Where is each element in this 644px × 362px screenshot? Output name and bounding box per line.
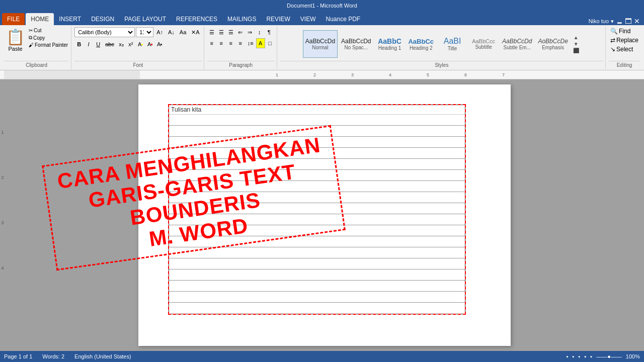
text-line xyxy=(169,115,465,126)
tab-design[interactable]: DESIGN xyxy=(86,13,119,25)
text-line xyxy=(169,203,465,214)
text-line xyxy=(169,126,465,137)
text-line xyxy=(169,303,465,314)
format-painter-button[interactable]: 🖌 Format Painter xyxy=(28,42,69,48)
view-web-layout[interactable]: ▪ xyxy=(578,353,580,359)
styles-gallery: AaBbCcDd Normal AaBbCcDd No Spac... AaBb… xyxy=(303,27,581,61)
font-name-row: Calibri (Body) 11 A↑ A↓ Aa ✕A xyxy=(74,27,202,37)
view-print-layout[interactable]: ▪ xyxy=(567,353,569,359)
styles-scroll-down[interactable]: ▼ xyxy=(573,41,580,47)
line-spacing-button[interactable]: ↕≡ xyxy=(246,38,256,48)
ribbon-tabs: FILE HOME INSERT DESIGN PAGE LAYOUT REFE… xyxy=(0,11,644,25)
ruler-left-margin xyxy=(4,70,140,79)
paragraph-label: Paragraph xyxy=(207,61,275,68)
tab-insert[interactable]: INSERT xyxy=(54,13,86,25)
paste-button[interactable]: 📋 Paste xyxy=(4,27,27,53)
zoom-slider[interactable]: ——●—— xyxy=(596,353,622,359)
ruler: 1234567 xyxy=(0,70,644,79)
tab-mailings[interactable]: MAILINGS xyxy=(222,13,261,25)
tab-nuancepdf[interactable]: Nuance PDF xyxy=(320,13,365,25)
replace-icon: ⇄ xyxy=(610,37,615,44)
style-subtle-em[interactable]: AaBbCcDd Subtle Em... xyxy=(500,30,534,58)
word-count: Words: 2 xyxy=(42,353,64,359)
view-draft[interactable]: ▪ xyxy=(590,353,592,359)
tab-view[interactable]: VIEW xyxy=(295,13,321,25)
style-normal[interactable]: AaBbCcDd Normal xyxy=(303,30,338,58)
select-button[interactable]: ↘ Select xyxy=(609,45,634,53)
tab-references[interactable]: REFERENCES xyxy=(171,13,222,25)
view-full-screen[interactable]: ▪ xyxy=(573,353,575,359)
underline-button[interactable]: U xyxy=(94,39,103,49)
window-minimize-icon[interactable]: 🗕 xyxy=(616,17,623,25)
subscript-button[interactable]: x₂ xyxy=(117,39,126,49)
highlight-button[interactable]: A xyxy=(136,39,145,49)
text-line xyxy=(169,236,465,247)
style-title[interactable]: AaBI Title xyxy=(437,30,467,58)
tab-pagelayout[interactable]: PAGE LAYOUT xyxy=(119,13,171,25)
style-subtitle[interactable]: AaBbCcc Subtitle xyxy=(468,30,499,58)
numbering-button[interactable]: ☰ xyxy=(217,27,226,37)
find-button[interactable]: 🔍 Find xyxy=(609,27,631,35)
cut-icon: ✂ xyxy=(29,28,33,33)
status-bar: Page 1 of 1 Words: 2 English (United Sta… xyxy=(0,351,644,362)
justify-button[interactable]: ≡ xyxy=(236,38,245,48)
document-area: 1 2 3 4 Tulisan kita xyxy=(0,79,644,351)
text-line xyxy=(169,292,465,303)
tab-home[interactable]: HOME xyxy=(26,13,54,25)
font-color-button[interactable]: A xyxy=(145,39,154,49)
clipboard-small-buttons: ✂ Cut ⧉ Copy 🖌 Format Painter xyxy=(28,27,69,48)
align-left-button[interactable]: ≡ xyxy=(207,38,216,48)
text-line xyxy=(169,192,465,203)
change-case-button[interactable]: Aa xyxy=(178,27,188,37)
style-nospace[interactable]: AaBbCcDd No Spac... xyxy=(339,30,373,58)
ribbon: 📋 Paste ✂ Cut ⧉ Copy 🖌 Format Painter Cl… xyxy=(0,25,644,70)
editing-label: Editing xyxy=(609,61,640,68)
font-size-select[interactable]: 11 xyxy=(136,27,153,37)
increase-indent-button[interactable]: ⇒ xyxy=(246,27,255,37)
font-name-select[interactable]: Calibri (Body) xyxy=(74,27,135,37)
user-dropdown-icon[interactable]: ▾ xyxy=(611,18,614,25)
bold-button[interactable]: B xyxy=(74,39,84,49)
copy-button[interactable]: ⧉ Copy xyxy=(28,34,69,41)
grow-font-button[interactable]: A↑ xyxy=(154,27,165,37)
shading-button[interactable]: A xyxy=(256,38,265,48)
multilevel-button[interactable]: ☰ xyxy=(226,27,235,37)
shrink-font-button[interactable]: A↓ xyxy=(166,27,177,37)
styles-expand[interactable]: ⬛ xyxy=(573,47,580,54)
clear-formatting-button[interactable]: ✕A xyxy=(189,27,201,37)
styles-group: AaBbCcDd Normal AaBbCcDd No Spac... AaBb… xyxy=(278,26,606,69)
superscript-button[interactable]: x² xyxy=(126,39,135,49)
font-format-row: B I U abc x₂ x² A A A xyxy=(74,39,164,49)
align-right-button[interactable]: ≡ xyxy=(226,38,235,48)
format-painter-icon: 🖌 xyxy=(29,42,34,48)
style-heading2[interactable]: AaBbCc Heading 2 xyxy=(406,30,436,58)
title-text: Document1 - Microsoft Word xyxy=(287,3,357,9)
text-line xyxy=(169,159,465,170)
strikethrough-button[interactable]: abc xyxy=(103,39,116,49)
left-sidebar: 1 2 3 4 xyxy=(0,79,5,351)
user-area: Niko tuo ▾ 🗕 🗖 ✕ xyxy=(589,17,644,25)
text-line xyxy=(169,137,465,148)
borders-button[interactable]: □ xyxy=(266,38,275,48)
align-center-button[interactable]: ≡ xyxy=(217,38,226,48)
text-highlight-button[interactable]: A xyxy=(155,39,164,49)
cut-button[interactable]: ✂ Cut xyxy=(28,27,69,34)
styles-scroll-up[interactable]: ▲ xyxy=(573,34,580,41)
tab-review[interactable]: REVIEW xyxy=(261,13,295,25)
bullets-button[interactable]: ☰ xyxy=(207,27,216,37)
styles-label: Styles xyxy=(280,61,603,68)
italic-button[interactable]: I xyxy=(84,39,93,49)
window-close-icon[interactable]: ✕ xyxy=(634,17,640,25)
document-page: Tulisan kita xyxy=(138,84,511,346)
decrease-indent-button[interactable]: ⇐ xyxy=(236,27,245,37)
replace-button[interactable]: ⇄ Replace xyxy=(609,36,639,44)
sort-button[interactable]: ↕ xyxy=(255,27,264,37)
tab-file[interactable]: FILE xyxy=(2,13,25,25)
clipboard-group: 📋 Paste ✂ Cut ⧉ Copy 🖌 Format Painter Cl… xyxy=(2,26,71,69)
view-outline[interactable]: ▪ xyxy=(584,353,586,359)
text-box[interactable]: Tulisan kita xyxy=(169,105,465,314)
window-maximize-icon[interactable]: 🗖 xyxy=(625,17,632,25)
style-heading1[interactable]: AaBbC Heading 1 xyxy=(374,30,405,58)
style-emphasis[interactable]: AoBbCcDe Emphasis xyxy=(535,30,570,58)
show-formatting-button[interactable]: ¶ xyxy=(265,27,274,37)
